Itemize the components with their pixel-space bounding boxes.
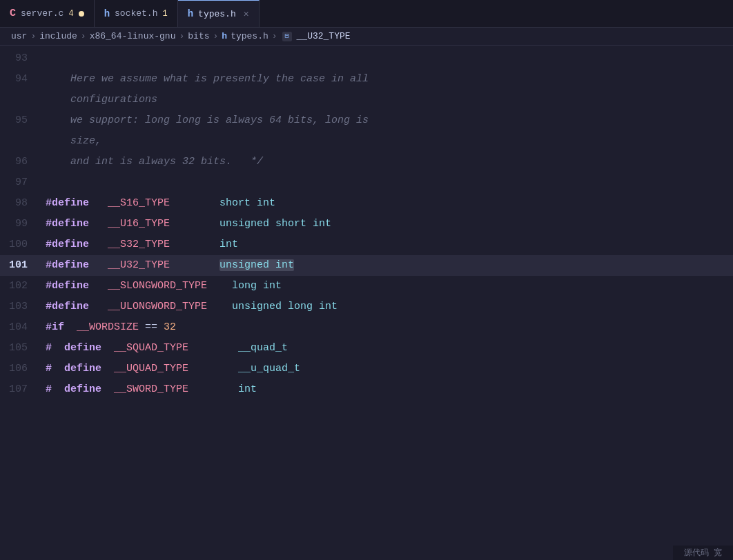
line-num-107: 107	[0, 379, 41, 400]
line-content-106: # define __UQUAD_TYPE __u_quad_t	[41, 359, 733, 379]
line-94: 94 Here we assume what is presently the …	[0, 69, 733, 110]
tab-server-c[interactable]: C server.c 4	[0, 0, 95, 27]
status-label: 源代码 宽	[684, 548, 722, 558]
line-content-105: # define __SQUAD_TYPE __quad_t	[41, 338, 733, 359]
line-num-95: 95	[0, 110, 41, 131]
tab-label-types-h: types.h	[198, 9, 236, 19]
line-num-100: 100	[0, 234, 41, 255]
tab-types-h[interactable]: h types.h ✕	[178, 0, 260, 27]
bc-bits[interactable]: bits	[188, 31, 209, 41]
c-icon: C	[10, 8, 16, 19]
line-num-101: 101	[0, 255, 41, 276]
line-97: 97	[0, 172, 733, 193]
line-num-96: 96	[0, 152, 41, 172]
line-101: 101 #define __U32_TYPE unsigned int	[0, 255, 733, 276]
line-103: 103 #define __ULONGWORD_TYPE unsigned lo…	[0, 297, 733, 317]
line-num-105: 105	[0, 338, 41, 359]
h-icon-socket: h	[104, 8, 110, 19]
line-105: 105 # define __SQUAD_TYPE __quad_t	[0, 338, 733, 359]
line-95: 95 we support: long long is always 64 bi…	[0, 110, 733, 152]
line-content-101: #define __U32_TYPE unsigned int	[41, 255, 733, 276]
line-num-99: 99	[0, 214, 41, 234]
h-icon-types: h	[188, 8, 193, 19]
line-100: 100 #define __S32_TYPE int	[0, 234, 733, 255]
tab-modified-dot	[79, 11, 84, 17]
line-content-107: # define __SWORD_TYPE int	[41, 379, 733, 400]
line-num-94: 94	[0, 69, 41, 90]
line-content-96: and int is always 32 bits. */	[41, 152, 733, 172]
bc-arch[interactable]: x86_64-linux-gnu	[90, 31, 176, 41]
editor: 93 94 Here we assume what is presently t…	[0, 46, 733, 400]
line-106: 106 # define __UQUAD_TYPE __u_quad_t	[0, 359, 733, 379]
tab-badge-socket-h: 1	[162, 9, 167, 19]
line-98: 98 #define __S16_TYPE short int	[0, 193, 733, 214]
line-num-97: 97	[0, 172, 41, 193]
line-num-104: 104	[0, 317, 41, 338]
line-num-103: 103	[0, 297, 41, 317]
tab-label-socket-h: socket.h	[115, 8, 157, 19]
line-content-103: #define __ULONGWORD_TYPE unsigned long i…	[41, 297, 733, 317]
bc-include[interactable]: include	[39, 31, 77, 41]
line-content-98: #define __S16_TYPE short int	[41, 193, 733, 214]
line-num-93: 93	[0, 48, 41, 69]
line-content-99: #define __U16_TYPE unsigned short int	[41, 214, 733, 234]
bc-h-icon: h	[222, 31, 227, 41]
tab-socket-h[interactable]: h socket.h 1	[95, 0, 178, 27]
bc-symbol[interactable]: __U32_TYPE	[297, 31, 351, 41]
line-107: 107 # define __SWORD_TYPE int	[0, 379, 733, 400]
line-content-100: #define __S32_TYPE int	[41, 234, 733, 255]
line-104: 104 #if __WORDSIZE == 32	[0, 317, 733, 338]
breadcrumb: usr › include › x86_64-linux-gnu › bits …	[0, 28, 733, 46]
line-content-95: we support: long long is always 64 bits,…	[41, 110, 733, 152]
tab-label-server-c: server.c	[21, 8, 63, 19]
code-area: 93 94 Here we assume what is presently t…	[0, 46, 733, 400]
line-content-102: #define __SLONGWORD_TYPE long int	[41, 276, 733, 297]
bc-filename[interactable]: types.h	[231, 31, 268, 41]
tab-close-button[interactable]: ✕	[244, 8, 249, 19]
line-num-102: 102	[0, 276, 41, 297]
line-content-104: #if __WORDSIZE == 32	[41, 317, 733, 338]
line-96: 96 and int is always 32 bits. */	[0, 152, 733, 172]
line-102: 102 #define __SLONGWORD_TYPE long int	[0, 276, 733, 297]
tab-bar: C server.c 4 h socket.h 1 h types.h ✕	[0, 0, 733, 28]
tab-badge-server-c: 4	[68, 9, 73, 19]
line-93: 93	[0, 48, 733, 69]
line-content-94: Here we assume what is presently the cas…	[41, 69, 733, 110]
bc-usr[interactable]: usr	[11, 31, 27, 41]
bc-symbol-icon: ⊟	[282, 32, 292, 41]
line-num-98: 98	[0, 193, 41, 214]
line-num-106: 106	[0, 359, 41, 379]
line-99: 99 #define __U16_TYPE unsigned short int	[0, 214, 733, 234]
status-bar: 源代码 宽	[673, 546, 733, 560]
